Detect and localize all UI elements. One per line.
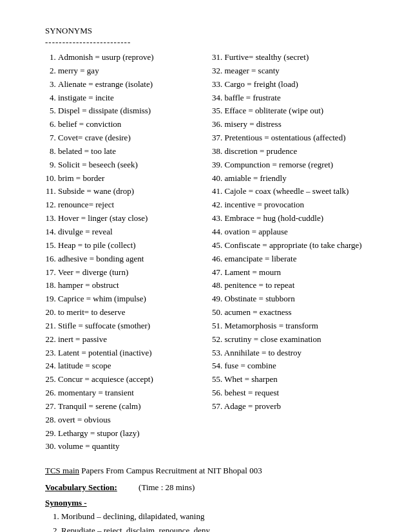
list-item: overt = obvious — [58, 414, 202, 426]
list-item: 35. Efface = obliterate (wipe out) — [212, 105, 372, 117]
vocab-section: Vocabulary Section: (Time : 28 mins) — [45, 482, 372, 493]
list-item: 38. discretion = prudence — [212, 146, 372, 158]
left-synonym-list: Admonish = usurp (reprove)merry = gayAli… — [45, 52, 202, 453]
right-column: 31. Furtive= stealthy (secret)32. meager… — [209, 52, 372, 454]
tcs-main-link[interactable]: TCS main — [45, 466, 79, 475]
list-item: 44. ovation = applause — [212, 226, 372, 238]
list-item: inert = passive — [58, 334, 202, 346]
list-item: momentary = transient — [58, 387, 202, 399]
list-item: 55. Whet = sharpen — [212, 374, 372, 386]
list-item: 45. Confiscate = appropriate (to take ch… — [212, 240, 372, 252]
list-item: Moribund – declining, dilapidated, wanin… — [61, 511, 372, 523]
list-item: 47. Lament = mourn — [212, 267, 372, 279]
list-item: Solicit = beseech (seek) — [58, 159, 202, 171]
list-item: Veer = diverge (turn) — [58, 267, 202, 279]
list-item: Tranquil = serene (calm) — [58, 401, 202, 413]
list-item: 33. Cargo = freight (load) — [212, 79, 372, 91]
list-item: volume = quantity — [58, 441, 202, 453]
synonyms-title: SYNONYMS — [45, 26, 372, 36]
list-item: instigate = incite — [58, 92, 202, 104]
list-item: Repudiate – reject, disclaim, renounce, … — [61, 525, 372, 532]
list-item: 34. baffle = frustrate — [212, 92, 372, 104]
list-item: 49. Obstinate = stubborn — [212, 293, 372, 305]
list-item: Concur = acquiesce (accept) — [58, 374, 202, 386]
list-item: Dispel = dissipate (dismiss) — [58, 105, 202, 117]
list-item: 53. Annihilate = to destroy — [212, 347, 372, 359]
list-item: 43. Embrace = hug (hold-cuddle) — [212, 213, 372, 225]
list-item: renounce= reject — [58, 199, 202, 211]
list-item: divulge = reveal — [58, 226, 202, 238]
list-item: 42. incentive = provocation — [212, 199, 372, 211]
list-item: Stifle = suffocate (smother) — [58, 320, 202, 332]
list-item: merry = gay — [58, 65, 202, 77]
list-item: hamper = obstruct — [58, 280, 202, 292]
list-item: belief = conviction — [58, 119, 202, 131]
bottom-synonym-list: Moribund – declining, dilapidated, wanin… — [45, 511, 372, 532]
list-item: Alienate = estrange (isolate) — [58, 79, 202, 91]
tcs-link-line: TCS main Papers From Campus Recruitment … — [45, 466, 372, 476]
list-item: belated = too late — [58, 146, 202, 158]
tcs-section: TCS main Papers From Campus Recruitment … — [45, 466, 372, 532]
right-synonym-list: 31. Furtive= stealthy (secret)32. meager… — [212, 52, 372, 413]
synonym-columns: Admonish = usurp (reprove)merry = gayAli… — [45, 52, 372, 454]
list-item: adhesive = bonding agent — [58, 253, 202, 265]
left-column: Admonish = usurp (reprove)merry = gayAli… — [45, 52, 209, 454]
list-item: 36. misery = distress — [212, 119, 372, 131]
list-item: 37. Pretentious = ostentatious (affected… — [212, 132, 372, 144]
synonyms-section: SYNONYMS ------------------------- Admon… — [45, 26, 372, 454]
list-item: Caprice = whim (impulse) — [58, 293, 202, 305]
time-label: (Time : 28 mins) — [139, 482, 195, 492]
list-item: 52. scrutiny = close examination — [212, 334, 372, 346]
list-item: Hover = linger (stay close) — [58, 213, 202, 225]
list-item: Admonish = usurp (reprove) — [58, 52, 202, 64]
divider: ------------------------- — [45, 37, 372, 48]
list-item: 32. meager = scanty — [212, 65, 372, 77]
list-item: brim = border — [58, 173, 202, 185]
list-item: to merit= to deserve — [58, 307, 202, 319]
list-item: Latent = potential (inactive) — [58, 347, 202, 359]
list-item: 31. Furtive= stealthy (secret) — [212, 52, 372, 64]
list-item: 41. Cajole = coax (wheedle – sweet talk) — [212, 185, 372, 198]
list-item: 50. acumen = exactness — [212, 307, 372, 319]
list-item: Subside = wane (drop) — [58, 185, 202, 198]
synonyms-subheader: Synonyms - — [45, 498, 372, 508]
list-item: Covet= crave (desire) — [58, 132, 202, 144]
list-item: 46. emancipate = liberate — [212, 253, 372, 265]
list-item: 39. Compunction = remorse (regret) — [212, 159, 372, 171]
list-item: 51. Metamorphosis = transform — [212, 320, 372, 332]
list-item: Lethargy = stupor (lazy) — [58, 428, 202, 440]
list-item: Heap = to pile (collect) — [58, 240, 202, 252]
vocab-label: Vocabulary Section: — [45, 482, 117, 492]
list-item: latitude = scope — [58, 360, 202, 372]
list-item: 57. Adage = proverb — [212, 401, 372, 413]
list-item: 54. fuse = combine — [212, 360, 372, 372]
list-item: 48. penitence = to repeat — [212, 280, 372, 292]
list-item: 40. amiable = friendly — [212, 173, 372, 185]
list-item: 56. behest = request — [212, 387, 372, 399]
tcs-paper-title: Papers From Campus Recruitment at NIT Bh… — [81, 466, 262, 475]
